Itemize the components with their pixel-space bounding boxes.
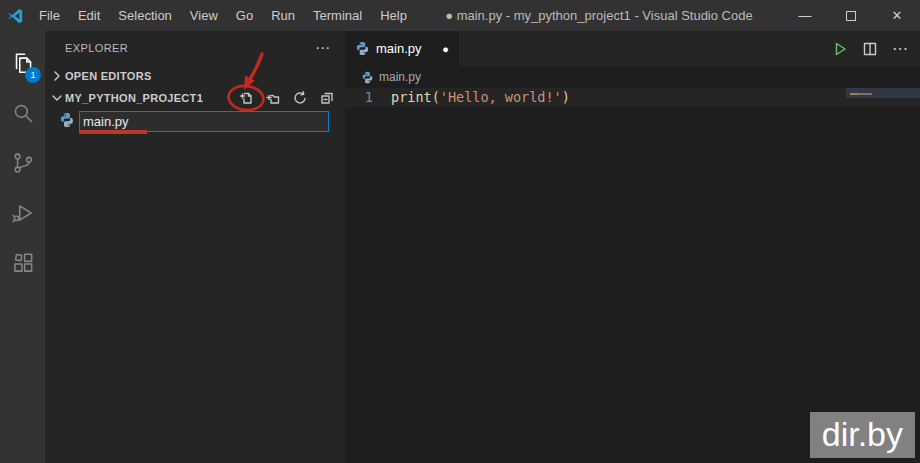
tab-mainpy[interactable]: main.py ●: [345, 31, 459, 66]
close-icon: ✕: [892, 8, 903, 23]
python-file-icon: [59, 112, 75, 131]
editor-group: main.py ● ⋯ main.py: [345, 31, 920, 463]
new-file-icon[interactable]: [238, 90, 254, 106]
project-folder-section[interactable]: MY_PYTHON_PROJECT1: [45, 87, 345, 109]
minimap-code-line: [850, 93, 872, 95]
explorer-badge: 1: [25, 67, 41, 83]
more-actions-icon[interactable]: ⋯: [892, 39, 908, 58]
activity-source-control[interactable]: [0, 138, 45, 188]
collapse-all-icon[interactable]: [319, 90, 335, 106]
chevron-right-icon: [49, 68, 65, 84]
open-editors-label: OPEN EDITORS: [65, 70, 152, 82]
close-button[interactable]: ✕: [874, 0, 920, 31]
token-paren-open: (: [432, 89, 440, 105]
menu-edit[interactable]: Edit: [69, 0, 109, 31]
code-line-1: 1 print('Hello, world!'): [345, 88, 920, 107]
project-folder-label: MY_PYTHON_PROJECT1: [65, 92, 203, 104]
titlebar: File Edit Selection View Go Run Terminal…: [0, 0, 920, 31]
new-folder-icon[interactable]: [265, 90, 281, 106]
minimize-icon: —: [799, 8, 812, 23]
explorer-more-actions-icon[interactable]: ⋯: [315, 39, 331, 57]
token-function: print: [391, 89, 432, 105]
menubar: File Edit Selection View Go Run Terminal…: [30, 0, 416, 31]
modified-dot-icon[interactable]: ●: [442, 43, 449, 55]
explorer-actions: [238, 90, 345, 106]
open-editors-section[interactable]: OPEN EDITORS: [45, 65, 345, 87]
explorer-header: EXPLORER ⋯: [45, 31, 345, 65]
split-editor-icon[interactable]: [862, 41, 878, 57]
menu-go[interactable]: Go: [227, 0, 262, 31]
run-debug-icon: [10, 200, 36, 226]
window-title: ● main.py - my_python_project1 - Visual …: [416, 8, 782, 23]
chevron-down-icon: [49, 90, 65, 106]
python-file-icon: [355, 41, 370, 56]
editor-actions: ⋯: [832, 31, 920, 66]
maximize-icon: [846, 11, 856, 21]
window-controls: — ✕: [782, 0, 920, 31]
minimize-button[interactable]: —: [782, 0, 828, 31]
activity-run-debug[interactable]: [0, 188, 45, 238]
activity-bar: 1: [0, 31, 45, 463]
refresh-icon[interactable]: [292, 90, 308, 106]
explorer-sidebar: EXPLORER ⋯ OPEN EDITORS MY_PYTHON_PROJEC…: [45, 31, 345, 463]
breadcrumb-item[interactable]: main.py: [379, 70, 421, 84]
token-paren-close: ): [562, 89, 570, 105]
file-rename-input[interactable]: [79, 111, 329, 132]
file-row-mainpy[interactable]: [45, 109, 345, 133]
tab-label: main.py: [376, 41, 422, 56]
menu-file[interactable]: File: [30, 0, 69, 31]
menu-selection[interactable]: Selection: [109, 0, 180, 31]
tab-bar: main.py ● ⋯: [345, 31, 920, 66]
code-text: print('Hello, world!'): [391, 88, 570, 107]
code-editor[interactable]: 1 print('Hello, world!'): [345, 88, 920, 463]
menu-run[interactable]: Run: [262, 0, 304, 31]
extensions-icon: [10, 250, 36, 276]
menu-view[interactable]: View: [181, 0, 227, 31]
activity-explorer[interactable]: 1: [0, 38, 45, 88]
explorer-title: EXPLORER: [65, 42, 315, 54]
vscode-window: File Edit Selection View Go Run Terminal…: [0, 0, 920, 463]
watermark: dir.by: [810, 412, 915, 458]
maximize-button[interactable]: [828, 0, 874, 31]
run-python-file-icon[interactable]: [832, 41, 848, 57]
token-string: 'Hello, world!': [440, 89, 562, 105]
activity-search[interactable]: [0, 88, 45, 138]
activity-extensions[interactable]: [0, 238, 45, 288]
menu-help[interactable]: Help: [371, 0, 416, 31]
search-icon: [10, 100, 36, 126]
menu-terminal[interactable]: Terminal: [304, 0, 371, 31]
workbench: 1: [0, 31, 920, 463]
source-control-icon: [10, 150, 36, 176]
python-file-icon: [361, 71, 374, 84]
vscode-logo-icon: [0, 7, 30, 25]
line-number: 1: [345, 88, 391, 107]
breadcrumb[interactable]: main.py: [345, 66, 920, 88]
